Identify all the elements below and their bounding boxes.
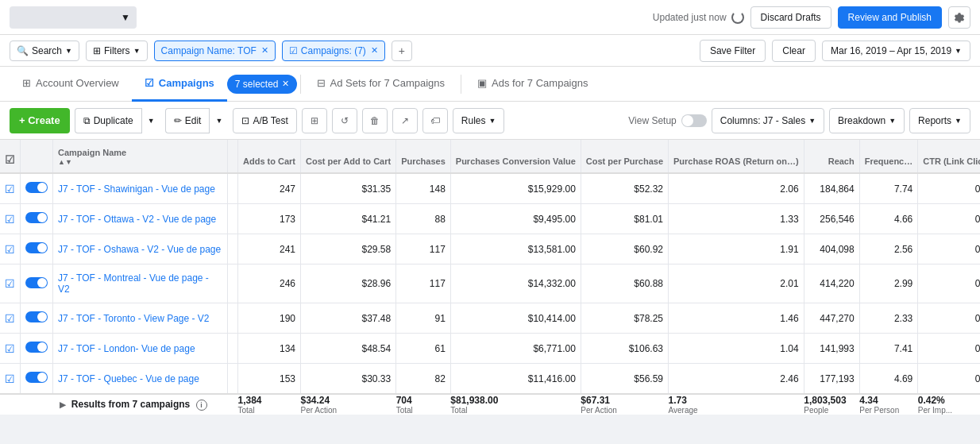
row-adds-to-cart: 246 [238,264,301,303]
tab-ads[interactable]: ▣ Ads for 7 Campaigns [465,67,600,102]
roas-header[interactable]: Purchase ROAS (Return on…) [669,140,804,173]
row-reach: 404,098 [804,234,859,264]
row-checkbox-cell[interactable]: ☑ [0,264,21,303]
settings-gear-button[interactable] [948,6,970,29]
row-checkbox-cell[interactable]: ☑ [0,204,21,234]
row-toggle[interactable] [25,182,48,193]
undo-button[interactable]: ↺ [332,108,357,133]
row-adds-to-cart: 241 [238,234,301,264]
row-campaign-name: J7 - TOF - Toronto - View Page - V2 [53,303,228,334]
row-purchases: 82 [396,364,451,395]
row-toggle[interactable] [25,342,48,353]
columns-selector[interactable]: Columns: J7 - Sales ▼ [712,108,824,133]
row-toggle[interactable] [25,242,48,253]
campaign-name-link[interactable]: J7 - TOF - Oshawa - V2 - Vue de page [58,244,221,255]
edit-dropdown-button[interactable]: ▼ [209,108,228,133]
duplicate-button[interactable]: ⧉ Duplicate [75,108,141,133]
campaign-name-filter-chip[interactable]: Campaign Name: TOF ✕ [154,41,276,61]
row-checkbox-cell[interactable]: ☑ [0,303,21,334]
clear-button[interactable]: Clear [772,40,816,62]
expand-footer-icon[interactable]: ▶ [60,400,66,409]
row-checkbox[interactable]: ☑ [5,213,15,226]
row-checkbox-cell[interactable]: ☑ [0,334,21,364]
cost-per-add-header[interactable]: Cost per Add to Cart [301,140,396,173]
campaigns-filter-chip[interactable]: ☑ Campaigns: (7) ✕ [282,41,385,61]
row-alert [228,173,238,204]
frequency-header[interactable]: Frequenc… [859,140,918,173]
table-row: ☑ J7 - TOF - Oshawa - V2 - Vue de page 2… [0,234,980,264]
search-button[interactable]: 🔍 Search ▼ [10,41,79,61]
toggle-knob [37,278,47,288]
campaign-name-link[interactable]: J7 - TOF - Quebec - Vue de page [58,373,199,384]
tab-campaigns[interactable]: ☑ Campaigns [132,67,227,102]
tag-button[interactable]: 🏷 [422,108,448,133]
filters-button[interactable]: ⊞ Filters ▼ [86,41,148,61]
info-icon[interactable]: i [196,400,207,411]
discard-drafts-button[interactable]: Discard Drafts [750,6,831,29]
campaign-name-link[interactable]: J7 - TOF - Ottawa - V2 - Vue de page [58,214,216,225]
row-campaign-name: J7 - TOF - Montreal - Vue de page - V2 [53,264,228,303]
select-all-checkbox[interactable]: ☑ [5,153,15,166]
row-toggle[interactable] [25,311,48,322]
save-filter-button[interactable]: Save Filter [700,40,766,62]
select-all-header[interactable]: ☑ [0,140,21,173]
row-toggle-cell[interactable] [21,364,53,395]
campaign-name-link[interactable]: J7 - TOF - Toronto - View Page - V2 [58,313,210,324]
edit-button[interactable]: ✏ Edit [165,108,210,133]
row-toggle-cell[interactable] [21,303,53,334]
row-toggle[interactable] [25,372,48,383]
campaign-name-link[interactable]: J7 - TOF - London- Vue de page [58,343,195,354]
edit-button-group: ✏ Edit ▼ [165,108,229,133]
account-selector[interactable]: ▼ [10,6,137,29]
row-toggle[interactable] [25,212,48,223]
row-checkbox-cell[interactable]: ☑ [0,173,21,204]
review-publish-button[interactable]: Review and Publish [838,6,942,29]
refresh-icon[interactable] [731,11,744,24]
row-toggle-cell[interactable] [21,264,53,303]
reports-button[interactable]: Reports ▼ [909,108,970,133]
ad-sets-icon: ⊟ [317,77,326,89]
campaign-name-link[interactable]: J7 - TOF - Montreal - Vue de page - V2 [58,272,209,295]
adds-to-cart-header[interactable]: Adds to Cart [238,140,301,173]
archive-button[interactable]: ⊞ [302,108,327,133]
row-toggle-cell[interactable] [21,334,53,364]
row-purchases: 61 [396,334,451,364]
remove-campaigns-filter-button[interactable]: ✕ [371,45,378,56]
ab-test-button[interactable]: ⊡ A/B Test [233,108,296,133]
campaign-name-header[interactable]: Campaign Name ▲▼ [53,140,228,173]
row-checkbox[interactable]: ☑ [5,312,15,325]
ctr-header[interactable]: CTR (Link Click-…) [918,140,980,173]
purchases-header[interactable]: Purchases [396,140,451,173]
delete-button[interactable]: 🗑 [362,108,388,133]
row-toggle-cell[interactable] [21,204,53,234]
date-range-selector[interactable]: Mar 16, 2019 – Apr 15, 2019 ▼ [822,41,970,61]
clear-selection-button[interactable]: ✕ [282,79,289,89]
add-filter-button[interactable]: + [392,41,412,61]
breakdown-button[interactable]: Breakdown ▼ [829,108,905,133]
row-toggle-cell[interactable] [21,234,53,264]
campaign-name-link[interactable]: J7 - TOF - Shawinigan - Vue de page [58,183,215,195]
create-button[interactable]: + Create [10,108,70,133]
reach-header[interactable]: Reach [804,140,859,173]
duplicate-dropdown-button[interactable]: ▼ [141,108,160,133]
row-checkbox[interactable]: ☑ [5,373,15,385]
row-checkbox-cell[interactable]: ☑ [0,364,21,395]
conv-value-header[interactable]: Purchases Conversion Value [450,140,581,173]
footer-roas-value: 1.73 [669,395,804,406]
toggle-knob [37,342,47,352]
tab-account-overview[interactable]: ⊞ Account Overview [10,67,132,102]
remove-campaign-filter-button[interactable]: ✕ [261,45,268,56]
row-checkbox[interactable]: ☑ [5,183,15,195]
rules-button[interactable]: Rules ▼ [453,108,505,133]
tab-separator [300,75,301,94]
row-checkbox[interactable]: ☑ [5,277,15,290]
row-checkbox[interactable]: ☑ [5,342,15,355]
view-setup-toggle[interactable] [681,114,707,127]
row-toggle[interactable] [25,277,48,288]
row-checkbox-cell[interactable]: ☑ [0,234,21,264]
tab-ad-sets[interactable]: ⊟ Ad Sets for 7 Campaigns [304,67,458,102]
export-button[interactable]: ↗ [392,108,418,133]
cost-per-purchase-header[interactable]: Cost per Purchase [581,140,668,173]
row-toggle-cell[interactable] [21,173,53,204]
row-checkbox[interactable]: ☑ [5,243,15,256]
